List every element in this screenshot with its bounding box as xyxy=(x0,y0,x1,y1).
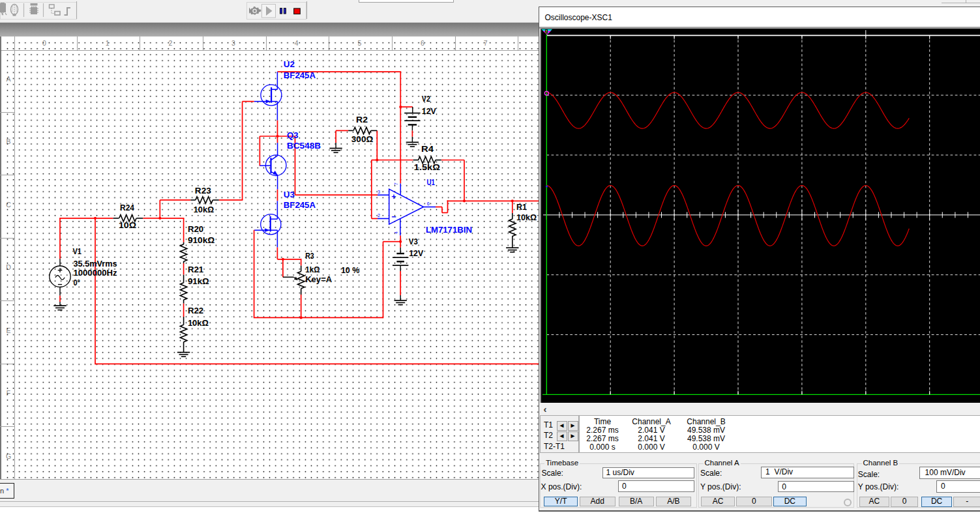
svg-text:10kΩ: 10kΩ xyxy=(188,319,209,328)
svg-text:0°: 0° xyxy=(74,278,81,287)
svg-text:+: + xyxy=(391,192,396,201)
svg-text:12V: 12V xyxy=(422,107,437,116)
svg-text:R23: R23 xyxy=(195,186,211,196)
svg-text:10 %: 10 % xyxy=(341,266,360,275)
svg-text:V3: V3 xyxy=(409,237,418,246)
svg-text:R1: R1 xyxy=(516,203,527,212)
svg-text:U1: U1 xyxy=(427,178,436,187)
svg-text:BF245A: BF245A xyxy=(284,71,316,80)
svg-text:R20: R20 xyxy=(188,225,203,234)
svg-text:1000000Hz: 1000000Hz xyxy=(74,269,117,278)
svg-text:V1: V1 xyxy=(72,247,82,256)
svg-text:−: − xyxy=(391,212,396,222)
svg-text:12V: 12V xyxy=(409,249,424,258)
svg-text:10kΩ: 10kΩ xyxy=(194,205,214,214)
svg-text:R3: R3 xyxy=(305,252,314,261)
svg-text:BF245A: BF245A xyxy=(284,201,316,210)
svg-text:R4: R4 xyxy=(421,145,434,154)
svg-text:BC548B: BC548B xyxy=(287,141,321,151)
svg-text:R2: R2 xyxy=(356,115,368,124)
svg-text:U2: U2 xyxy=(284,60,295,69)
svg-text:2: 2 xyxy=(378,212,380,218)
svg-text:R21: R21 xyxy=(188,265,203,274)
svg-text:Key=A: Key=A xyxy=(305,275,332,284)
svg-text:Q3: Q3 xyxy=(287,131,299,140)
svg-text:R24: R24 xyxy=(120,203,134,212)
svg-text:U3: U3 xyxy=(284,190,295,199)
svg-text:6: 6 xyxy=(427,201,430,207)
svg-text:LM7171BIN: LM7171BIN xyxy=(426,226,472,235)
svg-text:91kΩ: 91kΩ xyxy=(188,277,209,286)
svg-text:R22: R22 xyxy=(188,306,203,315)
svg-text:4: 4 xyxy=(393,231,399,234)
svg-text:300Ω: 300Ω xyxy=(351,135,374,144)
svg-text:3: 3 xyxy=(378,189,380,195)
svg-text:10Ω: 10Ω xyxy=(119,221,136,230)
svg-text:1.5kΩ: 1.5kΩ xyxy=(414,163,440,172)
svg-text:7: 7 xyxy=(393,182,399,185)
svg-text:35.5mVrms: 35.5mVrms xyxy=(74,259,117,269)
svg-text:10kΩ: 10kΩ xyxy=(516,213,537,222)
svg-text:910kΩ: 910kΩ xyxy=(188,236,215,245)
svg-text:V2: V2 xyxy=(422,95,430,104)
svg-text:1kΩ: 1kΩ xyxy=(305,265,319,274)
